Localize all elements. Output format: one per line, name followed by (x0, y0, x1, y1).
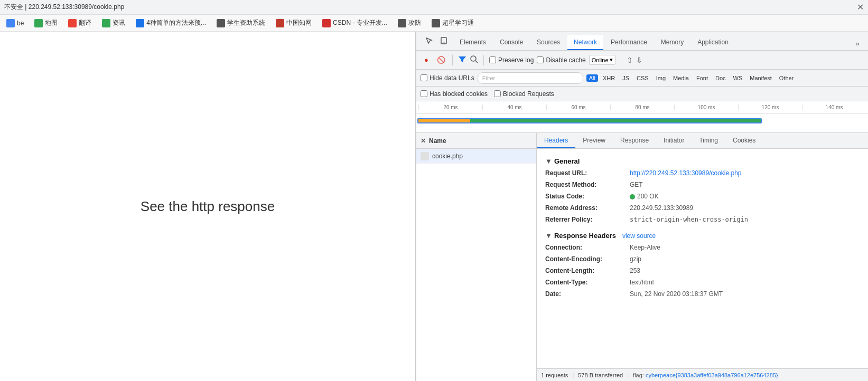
filter-type-doc[interactable]: Doc (713, 74, 729, 82)
response-headers-section-title: Response Headers (554, 232, 616, 240)
timeline-area: 20 ms40 ms60 ms80 ms100 ms120 ms140 ms (416, 101, 868, 133)
resp-header-val: gzip (630, 254, 641, 264)
hide-data-urls-input[interactable] (421, 74, 427, 81)
svg-line-3 (475, 61, 478, 63)
headers-tab-response[interactable]: Response (613, 134, 656, 148)
filter-type-all[interactable]: All (586, 74, 598, 82)
toolbar-separator-3 (621, 55, 621, 65)
bookmarks-bar: be 地图 翻译 资讯 4种简单的方法来预... 学生资助系统 中国知网 CSD… (0, 15, 868, 32)
bookmark-label-translate: 翻译 (79, 18, 91, 27)
filter-type-img[interactable]: Img (654, 74, 668, 82)
disable-cache-input[interactable] (537, 56, 544, 63)
header-val: 220.249.52.133:30989 (630, 203, 693, 213)
bookmark-icon-student (217, 19, 225, 27)
bookmark-map[interactable]: 地图 (32, 17, 60, 28)
devtools-tab-sources[interactable]: Sources (530, 35, 566, 50)
filter-icon[interactable] (458, 55, 466, 65)
blocked-bar: Has blocked cookies Blocked Requests (416, 87, 868, 101)
bookmark-icon-map (34, 19, 43, 27)
bookmark-be[interactable]: be (4, 18, 26, 28)
throttle-select[interactable]: Online ▾ (589, 55, 615, 65)
filter-type-ws[interactable]: WS (731, 74, 745, 82)
preserve-log-input[interactable] (489, 56, 496, 63)
blocked-requests-text: Blocked Requests (503, 90, 554, 98)
blocked-requests-label[interactable]: Blocked Requests (494, 90, 554, 98)
bookmark-label-student: 学生资助系统 (227, 18, 265, 27)
clear-button[interactable]: 🚫 (435, 54, 447, 66)
disable-cache-checkbox[interactable]: Disable cache (537, 56, 585, 64)
file-list-close-icon[interactable]: ✕ (421, 137, 426, 145)
timeline-tick: 100 ms (674, 104, 738, 110)
has-blocked-cookies-input[interactable] (421, 90, 427, 97)
timeline-bars (416, 114, 868, 133)
preserve-log-checkbox[interactable]: Preserve log (489, 56, 534, 64)
devtools-tab-performance[interactable]: Performance (604, 35, 654, 50)
header-val-mono: strict-origin-when-cross-origin (630, 215, 748, 224)
headers-tab-timing[interactable]: Timing (692, 134, 725, 148)
devtools-tab-elements[interactable]: Elements (453, 35, 492, 50)
download-icon[interactable]: ⇩ (636, 56, 642, 64)
bookmark-cnki[interactable]: 中国知网 (274, 17, 314, 28)
filter-type-manifest[interactable]: Manifest (747, 74, 774, 82)
file-item-cookie-php[interactable]: cookie.php (416, 149, 536, 164)
bookmark-attack[interactable]: 攻防 (396, 17, 423, 28)
bookmark-student[interactable]: 学生资助系统 (214, 17, 267, 28)
hide-data-urls-label[interactable]: Hide data URLs (421, 74, 474, 82)
search-icon[interactable] (470, 55, 478, 65)
more-tabs-icon[interactable]: » (851, 37, 864, 50)
devtools-tab-memory[interactable]: Memory (655, 35, 690, 50)
view-source-link[interactable]: view source (622, 232, 656, 240)
filter-type-xhr[interactable]: XHR (600, 74, 618, 82)
timeline-tick: 60 ms (546, 104, 610, 110)
bookmark-icon-attack (398, 19, 406, 27)
bookmark-translate[interactable]: 翻译 (66, 17, 94, 28)
filter-input-wrap: Filter (478, 72, 583, 84)
blocked-requests-input[interactable] (494, 90, 501, 97)
resp-header-key: Content-Length: (545, 266, 630, 275)
response-header-row: Date:Sun, 22 Nov 2020 03:18:37 GMT (545, 289, 860, 299)
filter-type-font[interactable]: Font (694, 74, 711, 82)
record-button[interactable]: ● (421, 54, 432, 66)
bookmark-icon-news (102, 19, 110, 27)
hide-data-urls-text: Hide data URLs (430, 74, 474, 82)
inspect-icon[interactable] (423, 34, 435, 47)
bookmark-4methods[interactable]: 4种简单的方法来预... (134, 17, 208, 28)
close-icon[interactable]: ✕ (857, 2, 864, 12)
headers-tab-initiator[interactable]: Initiator (656, 134, 692, 148)
bookmark-icon-be (6, 19, 15, 27)
headers-tab-cookies[interactable]: Cookies (725, 134, 763, 148)
title-bar-text: 不安全 | 220.249.52.133:30989/cookie.php (4, 3, 857, 12)
upload-icon[interactable]: ⇧ (627, 56, 633, 64)
bookmark-label-map: 地图 (45, 18, 58, 27)
bookmark-chaoxing[interactable]: 超星学习通 (430, 17, 476, 28)
resp-header-key: Date: (545, 289, 630, 299)
headers-content: ▼ General Request URL:http://220.249.52.… (537, 149, 868, 368)
has-blocked-cookies-label[interactable]: Has blocked cookies (421, 90, 488, 98)
general-section-header[interactable]: ▼ General (545, 157, 860, 165)
file-item-label: cookie.php (432, 153, 463, 160)
devtools-tab-application[interactable]: Application (691, 35, 735, 50)
header-val-url: http://220.249.52.133:30989/cookie.php (630, 168, 742, 178)
bookmark-label-csdn: CSDN - 专业开发... (333, 18, 387, 27)
response-headers-section-header[interactable]: ▼ Response Headers view source (545, 232, 860, 240)
status-transferred: 578 B transferred (578, 372, 623, 378)
filter-type-media[interactable]: Media (670, 74, 692, 82)
device-toggle-icon[interactable] (437, 34, 450, 47)
filter-type-js[interactable]: JS (620, 74, 632, 82)
svg-point-2 (471, 56, 476, 61)
devtools-tab-console[interactable]: Console (493, 35, 529, 50)
resp-header-val: text/html (630, 278, 654, 287)
filter-type-other[interactable]: Other (777, 74, 797, 82)
timeline-tick: 140 ms (802, 104, 866, 110)
header-key: Request URL: (545, 168, 630, 178)
response-header-row: Content-Length:253 (545, 266, 860, 275)
bookmark-csdn[interactable]: CSDN - 专业开发... (320, 17, 389, 28)
main-layout: See the http response ElementsConsoleSou… (0, 32, 868, 381)
title-bar: 不安全 | 220.249.52.133:30989/cookie.php ✕ (0, 0, 868, 15)
devtools-tab-network[interactable]: Network (567, 35, 603, 50)
headers-tab-headers[interactable]: Headers (537, 134, 575, 148)
resp-header-val: 253 (630, 266, 640, 275)
headers-tab-preview[interactable]: Preview (575, 134, 613, 148)
filter-type-css[interactable]: CSS (634, 74, 651, 82)
bookmark-news[interactable]: 资讯 (100, 17, 127, 28)
